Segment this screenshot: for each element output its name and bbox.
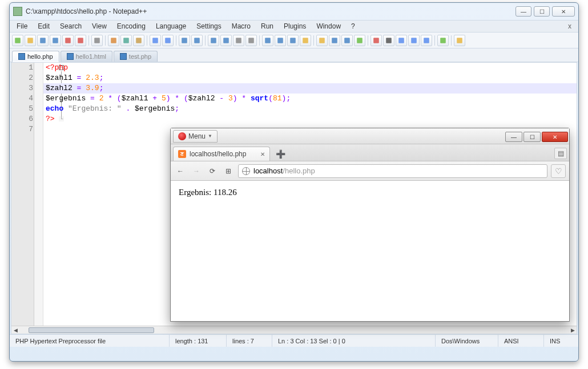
menu-plugins[interactable]: Plugins bbox=[279, 21, 311, 32]
svg-rect-26 bbox=[373, 38, 379, 43]
code-line[interactable]: echo "Ergebnis: " . $ergebnis; bbox=[43, 104, 577, 114]
scroll-left-arrow[interactable]: ◀ bbox=[11, 327, 19, 334]
toolbar-close-all-icon[interactable] bbox=[75, 35, 86, 46]
browser-tab[interactable]: ਣ localhost/hello.php ✕ bbox=[173, 147, 270, 161]
toolbar-redo-icon[interactable] bbox=[162, 35, 174, 46]
menu-file[interactable]: File bbox=[12, 21, 32, 32]
browser-minimize-button[interactable]: — bbox=[505, 132, 522, 142]
tab-close-icon[interactable]: ✕ bbox=[260, 151, 265, 157]
code-line[interactable]: ?> bbox=[43, 114, 577, 124]
svg-rect-15 bbox=[223, 38, 229, 43]
toolbar-undo-icon[interactable] bbox=[150, 35, 161, 46]
file-tab-hello-php[interactable]: hello.php bbox=[12, 51, 59, 62]
toolbar-zoom-in-icon[interactable] bbox=[208, 35, 219, 46]
browser-menu-button[interactable]: Menu ▼ bbox=[173, 130, 218, 143]
menu-search[interactable]: Search bbox=[55, 21, 86, 32]
svg-rect-5 bbox=[78, 38, 83, 43]
svg-rect-19 bbox=[277, 38, 283, 43]
toolbar-save-icon[interactable] bbox=[37, 35, 49, 46]
address-bar[interactable]: localhost/hello.php bbox=[238, 164, 547, 178]
toolbar-show-all-icon[interactable] bbox=[275, 35, 286, 46]
toolbar-cut-icon[interactable] bbox=[108, 35, 119, 46]
status-filetype: PHP Hypertext Preprocessor file bbox=[10, 335, 170, 347]
menu-view[interactable]: View bbox=[87, 21, 111, 32]
browser-close-button[interactable]: ✕ bbox=[542, 132, 568, 142]
menu-help[interactable]: ? bbox=[347, 21, 360, 32]
toolbar-sync-v-icon[interactable] bbox=[233, 35, 244, 46]
toolbar-zoom-out-icon[interactable] bbox=[220, 35, 232, 46]
svg-rect-14 bbox=[211, 38, 216, 43]
code-line[interactable]: $ergebnis = 2 * ($zahl1 + 5) * ($zahl2 -… bbox=[43, 94, 577, 104]
toolbar-stop-icon[interactable] bbox=[383, 35, 394, 46]
toolbar-doc-map-icon[interactable] bbox=[329, 35, 340, 46]
toolbar-monitor-icon[interactable] bbox=[354, 35, 365, 46]
code-line[interactable]: <?php bbox=[43, 63, 577, 73]
reload-button[interactable]: ⟳ bbox=[206, 165, 219, 177]
toolbar-word-wrap-icon[interactable] bbox=[262, 35, 273, 46]
browser-maximize-button[interactable]: ☐ bbox=[523, 132, 541, 142]
toolbar-play-multi-icon[interactable] bbox=[421, 35, 432, 46]
menubar-close-icon[interactable]: x bbox=[563, 21, 576, 31]
maximize-button[interactable]: ☐ bbox=[534, 6, 550, 17]
toolbar-open-file-icon[interactable] bbox=[25, 35, 36, 46]
line-number: 3 bbox=[11, 83, 33, 94]
menu-settings[interactable]: Settings bbox=[192, 21, 225, 32]
toolbar-separator bbox=[368, 35, 368, 46]
xampp-icon: ਣ bbox=[178, 150, 186, 158]
menu-macro[interactable]: Macro bbox=[227, 21, 255, 32]
browser-titlebar[interactable]: Menu ▼ — ☐ ✕ bbox=[171, 128, 569, 144]
toolbar-user-lang-icon[interactable] bbox=[300, 35, 311, 46]
line-number: 5 bbox=[11, 104, 33, 114]
toolbar-paste-icon[interactable] bbox=[133, 35, 144, 46]
speed-dial-button[interactable]: ⊞ bbox=[222, 165, 235, 177]
file-tab-hello1-html[interactable]: hello1.html bbox=[61, 51, 112, 62]
notepadpp-titlebar[interactable]: C:\xampp\htdocs\hello.php - Notepad++ — … bbox=[10, 3, 578, 20]
new-tab-button[interactable]: ➕ bbox=[272, 147, 289, 161]
menu-encoding[interactable]: Encoding bbox=[112, 21, 150, 32]
toolbar-separator bbox=[451, 35, 452, 46]
toolbar-folder-icon[interactable] bbox=[316, 35, 328, 46]
scroll-thumb[interactable] bbox=[29, 327, 154, 333]
svg-rect-1 bbox=[27, 38, 33, 43]
bookmark-button[interactable]: ♡ bbox=[551, 164, 566, 178]
code-line[interactable]: $zahl1 = 2.3; bbox=[43, 73, 577, 83]
toolbar-sync-h-icon[interactable] bbox=[245, 35, 257, 46]
forward-button[interactable]: → bbox=[190, 165, 203, 177]
line-number: 2 bbox=[11, 73, 33, 83]
toolbar-copy-icon[interactable] bbox=[120, 35, 132, 46]
status-length: length : 131 bbox=[170, 335, 227, 347]
toolbar-func-list-icon[interactable] bbox=[341, 35, 353, 46]
toolbar-separator bbox=[88, 35, 89, 46]
chevron-down-icon: ▼ bbox=[208, 133, 212, 139]
scroll-right-arrow[interactable]: ▶ bbox=[569, 327, 577, 334]
toolbar-find-icon[interactable] bbox=[179, 35, 190, 46]
toolbar-new-file-icon[interactable] bbox=[12, 35, 23, 46]
notepadpp-app-icon bbox=[13, 7, 22, 16]
file-tab-test-php[interactable]: test.php bbox=[114, 51, 158, 62]
close-button[interactable]: ✕ bbox=[552, 6, 575, 17]
toolbar-fast-fwd-icon[interactable] bbox=[408, 35, 420, 46]
toolbar-indent-guide-icon[interactable] bbox=[287, 35, 299, 46]
menu-window[interactable]: Window bbox=[312, 21, 345, 32]
horizontal-scrollbar[interactable]: ◀ ▶ bbox=[11, 326, 577, 334]
toolbar-print-icon[interactable] bbox=[91, 35, 103, 46]
code-line[interactable]: $zahl2 = 3.9; bbox=[43, 83, 577, 94]
svg-rect-31 bbox=[440, 38, 446, 43]
panel-toggle-button[interactable]: ▤ bbox=[554, 148, 567, 159]
svg-rect-28 bbox=[398, 38, 404, 43]
status-eol: Dos\Windows bbox=[436, 335, 498, 347]
toolbar-close-icon[interactable] bbox=[62, 35, 74, 46]
menu-edit[interactable]: Edit bbox=[33, 21, 54, 32]
svg-rect-17 bbox=[248, 38, 254, 43]
menu-language[interactable]: Language bbox=[151, 21, 191, 32]
svg-rect-16 bbox=[236, 38, 241, 43]
toolbar-record-icon[interactable] bbox=[370, 35, 382, 46]
toolbar-replace-icon[interactable] bbox=[191, 35, 203, 46]
toolbar-play-icon[interactable] bbox=[396, 35, 407, 46]
menu-run[interactable]: Run bbox=[256, 21, 278, 32]
toolbar-open-folder-icon[interactable] bbox=[454, 35, 465, 46]
back-button[interactable]: ← bbox=[174, 165, 187, 177]
toolbar-spellcheck-icon[interactable] bbox=[437, 35, 449, 46]
toolbar-save-all-icon[interactable] bbox=[50, 35, 61, 46]
minimize-button[interactable]: — bbox=[515, 6, 531, 17]
